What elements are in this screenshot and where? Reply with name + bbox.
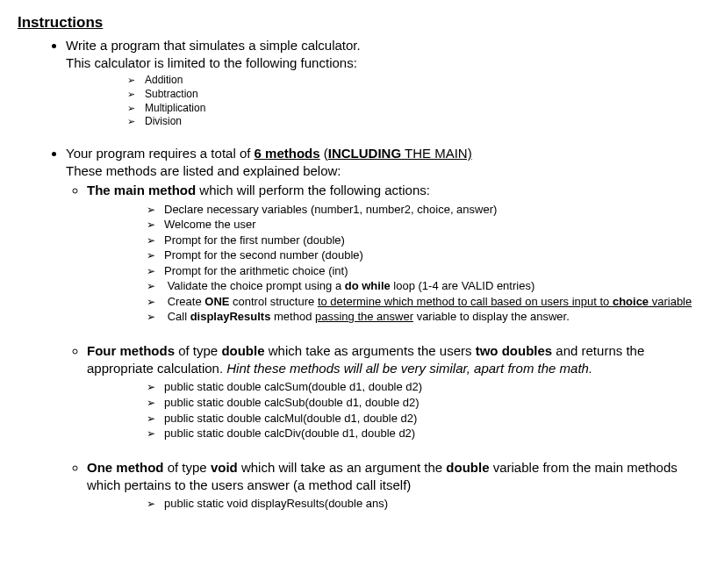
s3-double: double	[446, 460, 489, 475]
one-method-line: One method of type void which will take …	[87, 460, 678, 492]
bullet2-line2: These methods are listed and explained b…	[66, 162, 692, 180]
four-methods-line: Four methods of type double which take a…	[87, 343, 644, 376]
instructions-heading: Instructions	[18, 13, 692, 33]
s2-double: double	[221, 343, 264, 358]
func-division: Division	[127, 115, 692, 129]
functions-list: Addition Subtraction Multiplication Divi…	[66, 74, 692, 128]
i7-mid: control structure	[229, 295, 317, 308]
func-subtraction: Subtraction	[127, 88, 692, 102]
i7-choice: choice	[613, 295, 649, 308]
text-main-rest: which will perform the following actions…	[196, 183, 430, 197]
text-the-main: THE MAIN)	[401, 146, 472, 161]
action-prompt-first: Prompt for the first number (double)	[147, 233, 692, 248]
i7-u2: variable	[649, 295, 692, 308]
action-control-structure: Create ONE control structure to determin…	[147, 294, 692, 310]
action-call-display: Call displayResults method passing the a…	[147, 309, 692, 325]
bullet-write-program: Write a program that simulates a simple …	[66, 37, 692, 129]
text-one-method: One method	[87, 460, 164, 475]
action-validate: Validate the choice prompt using a do wh…	[147, 278, 692, 294]
i8-u: passing the answer	[315, 310, 413, 323]
sub-main-method: The main method which will perform the f…	[87, 182, 692, 325]
action-welcome: Welcome the user	[147, 217, 692, 233]
bullet-methods: Your program requires a total of 6 metho…	[66, 145, 692, 512]
text-four-methods: Four methods	[87, 343, 175, 358]
sig-calcsum: public static double calcSum(double d1, …	[147, 379, 692, 395]
sig-calcmul: public static double calcMul(double d1, …	[147, 411, 692, 427]
action-declare-vars: Declare necessary variables (number1, nu…	[147, 202, 692, 218]
action-prompt-second: Prompt for the second number (double)	[147, 247, 692, 263]
s3-mid1: of type	[164, 460, 211, 475]
i8-pre: Call	[168, 310, 190, 323]
s2-two-doubles: two doubles	[476, 343, 553, 358]
bullet1-line1: Write a program that simulates a simple …	[66, 37, 692, 54]
sub-one-method: One method of type void which will take …	[87, 459, 692, 512]
func-addition: Addition	[127, 74, 692, 88]
text-main-method: The main method	[87, 183, 196, 197]
text-prefix: Your program requires a total of	[66, 146, 255, 161]
method-signatures: public static double calcSum(double d1, …	[87, 379, 692, 441]
i7-one: ONE	[204, 295, 229, 308]
main-method-line: The main method which will perform the f…	[87, 183, 430, 197]
i6-bold: do while	[345, 279, 391, 292]
text-paren: (	[320, 146, 328, 161]
i8-bold: displayResults	[190, 310, 271, 323]
i7-pre: Create	[168, 295, 205, 308]
text-six-methods: 6 methods	[255, 146, 320, 161]
s2-mid2: which take as arguments the users	[265, 343, 476, 358]
func-multiplication: Multiplication	[127, 102, 692, 116]
sig-displayresults: public static void displayResults(double…	[147, 496, 692, 512]
action-prompt-choice: Prompt for the arithmetic choice (int)	[147, 263, 692, 279]
main-method-actions: Declare necessary variables (number1, nu…	[87, 202, 692, 325]
s2-hint: Hint these methods will all be very simi…	[226, 361, 592, 376]
instructions-list: Write a program that simulates a simple …	[18, 37, 692, 512]
i6-post: loop (1-4 are VALID entries)	[391, 279, 535, 292]
s3-void: void	[211, 460, 238, 475]
text-including: INCLUDING	[328, 146, 401, 161]
i6-pre: Validate the choice prompt using a	[168, 279, 345, 292]
bullet2-line1: Your program requires a total of 6 metho…	[66, 145, 692, 162]
methods-sublist: The main method which will perform the f…	[66, 182, 692, 511]
i8-post: variable to display the answer.	[413, 310, 570, 323]
display-signature-list: public static void displayResults(double…	[87, 496, 692, 512]
sub-four-methods: Four methods of type double which take a…	[87, 342, 692, 441]
bullet1-line2: This calculator is limited to the follow…	[66, 54, 692, 72]
s3-mid2: which will take as an argument the	[238, 460, 447, 475]
sig-calcsub: public static double calcSub(double d1, …	[147, 395, 692, 411]
i7-u1: to determine which method to call based …	[318, 295, 613, 308]
sig-calcdiv: public static double calcDiv(double d1, …	[147, 426, 692, 441]
s2-mid1: of type	[175, 343, 221, 358]
i8-mid: method	[270, 310, 315, 323]
